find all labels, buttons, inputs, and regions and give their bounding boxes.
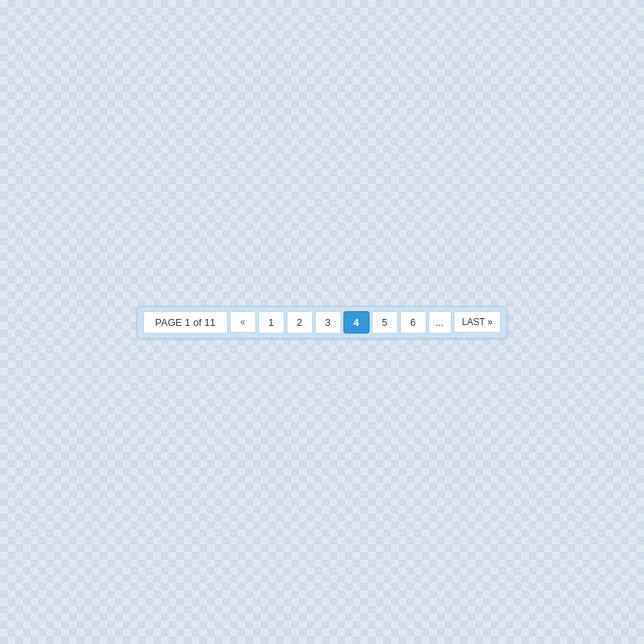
page-2-button[interactable]: 2 xyxy=(287,311,313,334)
prev-button[interactable]: « xyxy=(230,311,256,333)
pagination-container: PAGE 1 of 11 « 1 2 3 4 5 6 ... LAST » xyxy=(136,306,508,339)
page-6-button[interactable]: 6 xyxy=(400,311,426,334)
page-5-button[interactable]: 5 xyxy=(372,311,398,334)
page-3-button[interactable]: 3 xyxy=(315,311,341,334)
page-info-label: PAGE 1 of 11 xyxy=(143,311,228,334)
page-1-button[interactable]: 1 xyxy=(258,311,284,334)
last-button[interactable]: LAST » xyxy=(454,311,501,333)
page-4-button[interactable]: 4 xyxy=(343,311,370,334)
ellipsis-indicator: ... xyxy=(429,311,452,334)
